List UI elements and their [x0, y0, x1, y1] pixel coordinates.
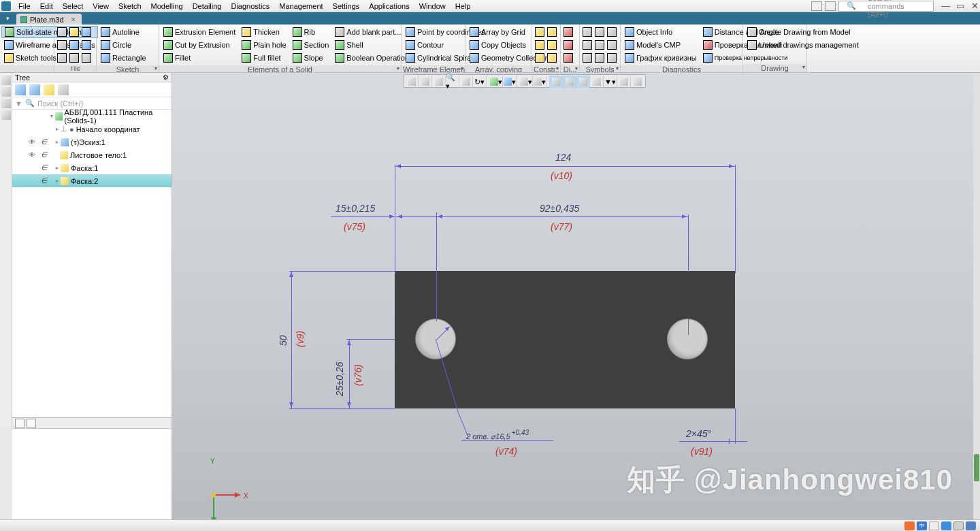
cut-extrusion[interactable]: Cut by Extrusion [161, 39, 238, 51]
sym-1[interactable] [581, 26, 593, 38]
side-tool-3[interactable] [1, 99, 11, 108]
dim-2[interactable] [562, 39, 574, 51]
tree-settings-icon[interactable]: ⚙ [163, 74, 169, 81]
group-sketch[interactable]: Sketch▾ [97, 65, 159, 72]
menu-detailing[interactable]: Detailing [188, 1, 227, 12]
command-search[interactable]: 🔍 Search commands (Alt+/) [838, 1, 934, 12]
undo[interactable] [68, 39, 80, 51]
slope[interactable]: Slope [290, 52, 332, 64]
menu-applications[interactable]: Applications [364, 1, 414, 12]
ct-13[interactable] [576, 76, 590, 88]
ct-cube[interactable]: ▾ [489, 76, 503, 88]
sym-7[interactable] [581, 52, 593, 64]
dim-cham[interactable] [679, 441, 747, 442]
tray-icon-grid[interactable] [966, 521, 976, 530]
panel-tab-1[interactable] [15, 419, 24, 428]
header-btn-2[interactable] [825, 1, 836, 11]
ct-6[interactable]: ↻▾ [473, 76, 487, 88]
edit-icon[interactable]: ∈ [39, 150, 49, 159]
dim-25[interactable] [349, 339, 350, 408]
app-menu-dropdown[interactable]: ▾ [0, 12, 15, 25]
ct-3[interactable] [432, 76, 446, 88]
sym-9[interactable] [606, 52, 618, 64]
dim-92[interactable] [436, 216, 688, 217]
menu-modelling[interactable]: Modelling [146, 1, 188, 12]
sym-4[interactable] [581, 39, 593, 51]
ct-zoom[interactable]: 🔍▾ [446, 76, 459, 88]
tree-item-sheet[interactable]: 👁 ∈ Листовое тело:1 [12, 148, 172, 161]
ime-indicator[interactable]: 中 [917, 521, 927, 530]
ct-17[interactable] [631, 76, 644, 88]
rectangle[interactable]: Rectangle [98, 52, 149, 64]
sym-8[interactable] [593, 52, 606, 64]
hole-2[interactable] [667, 319, 708, 359]
dim-3[interactable] [562, 52, 574, 64]
menu-select[interactable]: Select [58, 1, 88, 12]
menu-window[interactable]: Window [414, 1, 451, 12]
restore-button[interactable]: ▭ [951, 0, 964, 12]
circle[interactable]: Circle [98, 39, 149, 51]
dim-15[interactable] [396, 216, 436, 217]
paste[interactable] [68, 52, 80, 64]
ct-16[interactable] [617, 76, 631, 88]
tab-close[interactable]: ✕ [71, 16, 76, 23]
section[interactable]: Section [290, 39, 332, 51]
sym-5[interactable] [593, 39, 606, 51]
axis-triad[interactable]: XY [206, 462, 247, 502]
ct-1[interactable] [405, 76, 419, 88]
dim-50[interactable] [291, 271, 292, 408]
rib[interactable]: Rib [290, 26, 332, 38]
redo[interactable] [80, 39, 93, 51]
constr-6[interactable] [546, 52, 558, 64]
side-tool-1[interactable] [1, 76, 11, 85]
object-info[interactable]: Object Info [622, 26, 700, 38]
side-tool-2[interactable] [1, 87, 11, 97]
menu-view[interactable]: View [88, 1, 114, 12]
group-symbols[interactable]: Symbols▾ [580, 65, 620, 72]
menu-settings[interactable]: Settings [328, 1, 365, 12]
group-constr[interactable]: Constr...▾ [532, 65, 560, 72]
ct-12[interactable] [563, 76, 576, 88]
edit-icon[interactable]: ∈ [39, 163, 49, 172]
print[interactable] [56, 39, 68, 51]
ct-10[interactable]: ▾ [533, 76, 546, 88]
side-tool-4[interactable] [1, 110, 11, 120]
full-fillet[interactable]: Full fillet [239, 52, 289, 64]
visibility-icon[interactable]: 👁 [27, 138, 37, 146]
constr-4[interactable] [546, 39, 558, 51]
menu-sketch[interactable]: Sketch [114, 1, 146, 12]
group-drawing[interactable]: Drawing▾ [743, 64, 806, 72]
tree-search[interactable]: ▼ 🔍 Поиск (Ctrl+/) [12, 97, 172, 110]
menu-diagnostics[interactable]: Diagnostics [226, 1, 274, 12]
create-drawing[interactable]: Create Drawing from Model [745, 26, 862, 38]
fillet[interactable]: Fillet [161, 52, 238, 64]
dim-1[interactable] [562, 26, 574, 38]
thicken[interactable]: Thicken [239, 26, 289, 38]
open-file[interactable] [68, 26, 80, 38]
tray-icon-1[interactable] [929, 521, 939, 530]
tree-item-chamfer2[interactable]: ∈ ▸ Фаска:2 [12, 174, 172, 187]
vertical-scrollbar[interactable] [973, 73, 980, 519]
props[interactable] [80, 52, 93, 64]
group-diagnostics[interactable]: Diagnostics [621, 65, 742, 72]
group-wireframe[interactable]: Wireframe Elements▾ [402, 65, 465, 72]
model-canvas[interactable]: 🔍▾ ↻▾ ▾ ▾ ▾ ▾ ▼▾ 124 (v10) 15±0,215 (v75… [172, 73, 973, 519]
menu-help[interactable]: Help [451, 1, 476, 12]
ct-filter[interactable]: ▼▾ [604, 76, 617, 88]
plain-hole[interactable]: Plain hole [239, 39, 289, 51]
linked-drawings[interactable]: Linked drawings management [745, 39, 862, 51]
close-button[interactable]: ✕ [966, 0, 979, 12]
minimize-button[interactable]: — [936, 0, 949, 12]
ct-14[interactable] [590, 76, 604, 88]
boolean[interactable]: Boolean Operation [332, 52, 412, 64]
copy[interactable] [56, 52, 68, 64]
models-cmp[interactable]: Model's CMP [622, 39, 700, 51]
scroll-thumb[interactable] [974, 454, 979, 481]
constr-1[interactable] [534, 26, 546, 38]
header-btn-1[interactable] [811, 1, 822, 11]
add-blank-part[interactable]: Add blank part... [332, 26, 412, 38]
sym-3[interactable] [606, 26, 618, 38]
tree-root[interactable]: ▾ АБВГД.001.111 Пластина (Solids-1) [12, 110, 172, 123]
constr-5[interactable] [534, 52, 546, 64]
tree-item-origin[interactable]: ▸⊥● Начало координат [12, 123, 172, 135]
